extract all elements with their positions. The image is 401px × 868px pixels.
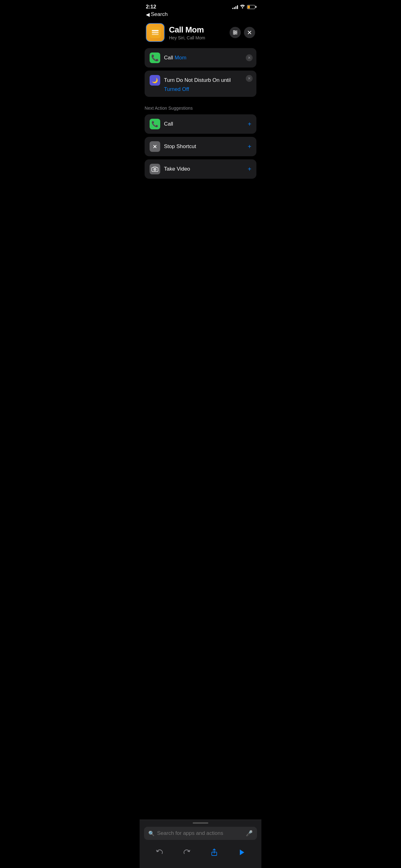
- svg-point-9: [235, 32, 236, 33]
- shortcut-siri-phrase: Hey Siri, Call Mom: [169, 35, 225, 40]
- header-buttons: [230, 27, 255, 38]
- suggestion-call[interactable]: 📞 Call +: [144, 114, 257, 134]
- svg-rect-2: [152, 30, 159, 31]
- suggestion-video-add[interactable]: +: [248, 165, 252, 173]
- suggestions-title: Next Action Suggestions: [144, 105, 257, 111]
- svg-rect-3: [152, 32, 159, 33]
- suggestion-stop-icon: [149, 141, 160, 152]
- suggestion-stop-add[interactable]: +: [248, 143, 252, 150]
- dnd-until-value: Turned Off: [164, 86, 189, 92]
- suggestion-take-video[interactable]: Take Video +: [144, 159, 257, 179]
- svg-rect-19: [154, 166, 156, 168]
- dnd-action-close[interactable]: ✕: [246, 75, 253, 82]
- wifi-icon: [240, 4, 245, 9]
- close-icon: [247, 30, 252, 35]
- dnd-action-card[interactable]: 🌙 Turn Do Not Disturb On until Turned Of…: [144, 71, 257, 97]
- suggestion-call-add[interactable]: +: [248, 121, 252, 128]
- call-action-close[interactable]: ✕: [246, 54, 253, 61]
- suggestion-call-icon: 📞: [149, 119, 160, 129]
- svg-point-0: [242, 7, 243, 8]
- settings-button[interactable]: [230, 27, 241, 38]
- signal-icon: [232, 5, 238, 9]
- suggestion-stop-shortcut[interactable]: Stop Shortcut +: [144, 137, 257, 156]
- suggestions-section: Next Action Suggestions 📞 Call + Stop Sh…: [140, 98, 261, 179]
- sliders-icon: [232, 30, 238, 35]
- svg-point-10: [234, 33, 235, 35]
- close-button[interactable]: [244, 27, 255, 38]
- back-label: Search: [151, 11, 168, 18]
- suggestion-stop-label: Stop Shortcut: [164, 144, 244, 150]
- suggestion-call-label: Call: [164, 121, 244, 127]
- status-bar: 2:12: [140, 0, 261, 11]
- shortcut-info: Call Mom Hey Siri, Call Mom: [169, 25, 225, 40]
- suggestion-video-label: Take Video: [164, 166, 244, 172]
- shortcut-app-icon: [146, 23, 165, 42]
- call-icon: 📞: [149, 53, 160, 63]
- back-button[interactable]: ◀ Search: [140, 11, 261, 20]
- svg-point-8: [234, 31, 235, 32]
- shortcut-header: Call Mom Hey Siri, Call Mom: [140, 20, 261, 47]
- status-icons: [232, 4, 255, 9]
- dnd-icon: 🌙: [149, 75, 160, 86]
- dnd-action-text: Turn Do Not Disturb On until: [164, 77, 231, 84]
- actions-area: 📞 Call Mom ✕ 🌙 Turn Do Not Disturb On un…: [140, 47, 261, 98]
- call-action-card[interactable]: 📞 Call Mom ✕: [144, 48, 257, 67]
- svg-rect-4: [152, 34, 159, 35]
- battery-icon: [247, 5, 255, 9]
- call-contact: Mom: [175, 55, 187, 61]
- svg-point-18: [154, 169, 156, 170]
- shortcut-title: Call Mom: [169, 25, 225, 35]
- suggestion-camera-icon: [149, 164, 160, 174]
- status-time: 2:12: [146, 4, 156, 10]
- call-action-text: Call Mom: [164, 55, 187, 61]
